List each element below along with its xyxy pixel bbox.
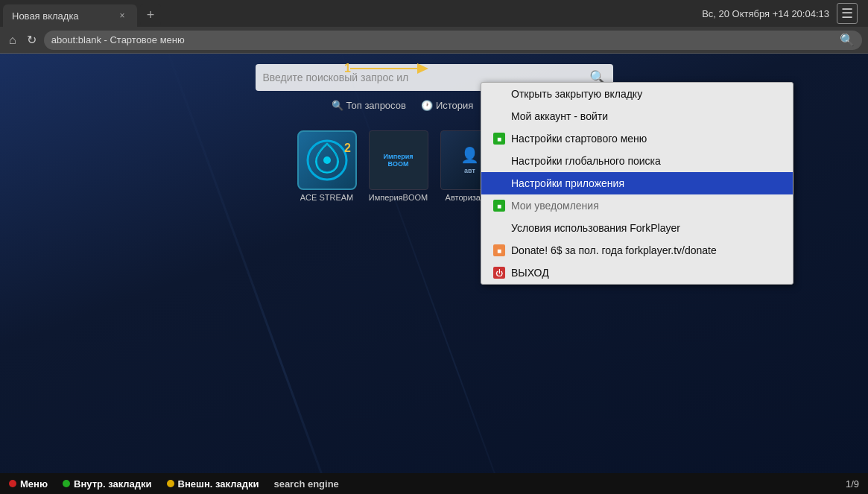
auth-label-small: авт: [464, 167, 475, 174]
acestream-icon[interactable]: [297, 130, 357, 190]
auth-icon-content: 👤 авт: [460, 146, 479, 174]
internal-bookmarks-dot: [63, 480, 70, 487]
imperiya-app[interactable]: ИмперияBOOM ИмперияBOOM: [369, 130, 428, 202]
menu-item-open-closed-tab[interactable]: Открыть закрытую вкладку: [481, 83, 793, 105]
main-content: Введите поисковый запрос ил 🔍 🔍 Топ запр…: [0, 54, 868, 473]
open-closed-tab-icon: [493, 88, 505, 100]
start-menu-settings-label: Настройки стартового меню: [511, 133, 647, 145]
imperiya-icon-content: ИмперияBOOM: [381, 150, 416, 171]
menu-dot: [9, 480, 16, 487]
svg-point-1: [323, 156, 331, 164]
tab-title: Новая вкладка: [12, 10, 110, 22]
search-engine-label: search engine: [273, 478, 338, 490]
tab-close-button[interactable]: ×: [116, 10, 128, 22]
menu-status-label: Меню: [20, 478, 48, 490]
open-closed-tab-label: Открыть закрытую вкладку: [511, 88, 642, 100]
donate-label: Donate! 6$ за пол. года forkplayer.tv/do…: [511, 244, 717, 256]
search-icon: 🔍: [840, 33, 855, 47]
tab-bar-right: Вс, 20 Октября +14 20:04:13 ☰: [702, 3, 865, 27]
start-menu-settings-icon: ■: [493, 133, 505, 145]
menu-item-terms[interactable]: Условия использования ForkPlayer: [481, 217, 793, 239]
navigation-bar: ⌂ ↻ about:blank - Стартовое меню 🔍: [0, 27, 868, 54]
menu-item-app-settings[interactable]: Настройки приложения: [481, 172, 793, 194]
menu-item-donate[interactable]: ■ Donate! 6$ за пол. года forkplayer.tv/…: [481, 239, 793, 262]
browser-menu-button[interactable]: ☰: [837, 3, 858, 24]
top-requests-link[interactable]: 🔍 Топ запросов: [332, 100, 406, 111]
status-internal-bookmarks: Внутр. закладки: [63, 478, 152, 490]
global-search-label: Настройки глобального поиска: [511, 155, 661, 167]
internal-bookmarks-status-label: Внутр. закладки: [74, 478, 152, 490]
history-link[interactable]: 🕐 История: [421, 100, 473, 111]
new-tab-button[interactable]: +: [140, 4, 161, 25]
tab-bar: Новая вкладка × + Вс, 20 Октября +14 20:…: [0, 0, 868, 27]
status-external-bookmarks: Внешн. закладки: [167, 478, 259, 490]
app-settings-icon: [493, 177, 505, 189]
acestream-label: ACE STREAM: [300, 193, 354, 202]
history-label: История: [436, 100, 473, 111]
exit-label: ВЫХОД: [511, 267, 549, 279]
status-bar: Меню Внутр. закладки Внешн. закладки sea…: [0, 473, 868, 494]
terms-label: Условия использования ForkPlayer: [511, 222, 680, 234]
global-search-icon: [493, 155, 505, 167]
menu-item-global-search-settings[interactable]: Настройки глобального поиска: [481, 150, 793, 172]
imperiya-label: ИмперияBOOM: [369, 193, 428, 202]
donate-icon: ■: [493, 244, 505, 256]
external-bookmarks-status-label: Внешн. закладки: [178, 478, 259, 490]
terms-icon: [493, 222, 505, 234]
my-notifications-icon: ■: [493, 200, 505, 212]
active-tab[interactable]: Новая вкладка ×: [3, 4, 137, 27]
date-time-display: Вс, 20 Октября +14 20:04:13: [702, 8, 829, 19]
menu-item-exit[interactable]: ⏻ ВЫХОД: [481, 262, 793, 284]
status-menu: Меню: [9, 478, 48, 490]
my-notifications-label: Мои уведомления: [511, 200, 599, 212]
history-icon: 🕐: [421, 100, 433, 111]
external-bookmarks-dot: [167, 480, 174, 487]
search-small-icon: 🔍: [332, 100, 343, 111]
menu-item-my-notifications[interactable]: ■ Мои уведомления: [481, 194, 793, 217]
url-text: about:blank - Стартовое меню: [51, 34, 835, 45]
top-requests-label: Топ запросов: [346, 100, 406, 111]
imperiya-icon[interactable]: ИмперияBOOM: [369, 130, 428, 190]
exit-icon: ⏻: [493, 267, 505, 279]
menu-item-my-account[interactable]: Мой аккаунт - войти: [481, 105, 793, 127]
dropdown-menu[interactable]: Открыть закрытую вкладку Мой аккаунт - в…: [481, 82, 793, 285]
acestream-app[interactable]: ACE STREAM: [297, 130, 357, 202]
acestream-logo-svg: [305, 138, 349, 183]
menu-item-start-menu-settings[interactable]: ■ Настройки стартового меню: [481, 127, 793, 150]
page-count: 1/9: [846, 478, 859, 490]
home-button[interactable]: ⌂: [6, 32, 19, 48]
my-account-label: Мой аккаунт - войти: [511, 110, 608, 122]
app-settings-label: Настройки приложения: [511, 177, 624, 189]
url-bar[interactable]: about:blank - Стартовое меню 🔍: [44, 31, 862, 50]
my-account-icon: [493, 110, 505, 122]
reload-button[interactable]: ↻: [24, 31, 39, 48]
